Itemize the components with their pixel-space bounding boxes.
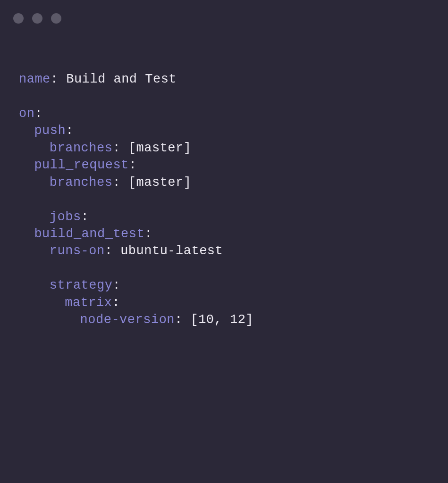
code-line-blank xyxy=(19,191,448,208)
traffic-light-dot[interactable] xyxy=(13,13,24,24)
yaml-key: strategy xyxy=(50,278,113,292)
code-line: jobs: xyxy=(19,208,448,225)
yaml-value: [master] xyxy=(128,141,192,155)
code-line: strategy: xyxy=(19,277,448,294)
code-line: node-version: [10, 12] xyxy=(19,311,448,328)
yaml-key: branches xyxy=(50,141,113,155)
yaml-colon: : xyxy=(34,107,42,121)
code-line: branches: [master] xyxy=(19,140,448,157)
yaml-colon: : xyxy=(144,227,152,241)
yaml-colon: : xyxy=(175,313,190,327)
code-line: matrix: xyxy=(19,294,448,311)
yaml-colon: : xyxy=(66,124,74,138)
code-line: on: xyxy=(19,105,448,122)
yaml-colon: : xyxy=(112,175,128,190)
yaml-colon: : xyxy=(112,296,120,310)
yaml-colon: : xyxy=(112,278,120,292)
yaml-value: [master] xyxy=(128,175,192,190)
yaml-value: [10, 12] xyxy=(190,313,254,327)
code-editor[interactable]: name: Build and Test on: push: branches:… xyxy=(0,24,448,329)
yaml-value: ubuntu-latest xyxy=(120,244,223,258)
yaml-key: pull_request xyxy=(34,158,128,172)
yaml-key: node-version xyxy=(80,313,175,327)
code-line: pull_request: xyxy=(19,157,448,174)
traffic-light-dot[interactable] xyxy=(32,13,42,24)
yaml-colon: : xyxy=(105,244,120,258)
yaml-colon: : xyxy=(112,141,128,155)
yaml-value: Build and Test xyxy=(66,72,177,86)
yaml-colon: : xyxy=(81,210,89,224)
yaml-key: branches xyxy=(50,175,113,190)
yaml-key: matrix xyxy=(65,296,112,310)
yaml-colon: : xyxy=(51,72,66,86)
code-line-blank xyxy=(19,88,448,105)
code-line-blank xyxy=(19,260,448,277)
window-controls xyxy=(0,0,448,24)
yaml-key: on xyxy=(19,107,34,121)
code-line: name: Build and Test xyxy=(19,71,448,88)
yaml-key: build_and_test xyxy=(34,227,144,241)
code-line: runs-on: ubuntu-latest xyxy=(19,242,448,259)
traffic-light-dot[interactable] xyxy=(51,13,61,24)
yaml-key: name xyxy=(19,72,51,86)
code-line: branches: [master] xyxy=(19,174,448,191)
code-line: build_and_test: xyxy=(19,225,448,242)
yaml-key: jobs xyxy=(50,210,81,224)
code-line: push: xyxy=(19,122,448,139)
yaml-colon: : xyxy=(129,158,137,172)
yaml-key: runs-on xyxy=(50,244,105,258)
yaml-key: push xyxy=(34,124,66,138)
